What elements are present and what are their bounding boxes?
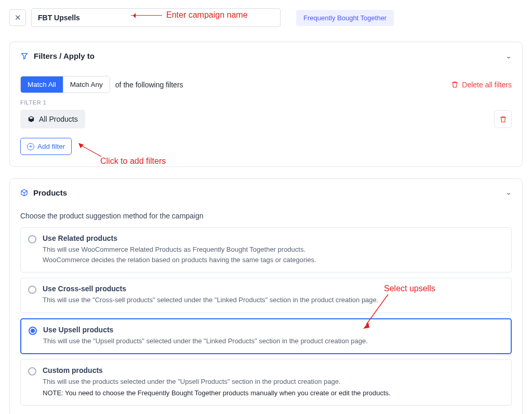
products-title: Products	[33, 188, 67, 197]
close-icon: ✕	[15, 13, 21, 22]
filters-title: Filters / Apply to	[34, 51, 95, 60]
delete-all-filters-button[interactable]: Delete all filters	[451, 81, 512, 89]
trash-icon	[499, 115, 507, 123]
cube-icon	[20, 189, 28, 197]
delete-all-filters-label: Delete all filters	[462, 81, 512, 89]
option-desc: This will use the "Cross-sell products" …	[43, 295, 378, 305]
plus-circle-icon: +	[27, 143, 34, 150]
option-desc: This will use the products selected unde…	[43, 377, 391, 387]
collapse-toggle[interactable]: ⌄	[506, 53, 512, 59]
filter-icon	[20, 52, 29, 60]
option-upsell[interactable]: Use Upsell products This will use the "U…	[20, 318, 512, 355]
option-desc: This will use WooCommerce Related Produc…	[43, 244, 316, 265]
radio-icon	[28, 235, 36, 243]
option-title: Use Upsell products	[43, 326, 368, 334]
match-mode-segment: Match All Match Any	[20, 76, 110, 93]
filters-card: Filters / Apply to ⌄ Match All Match Any…	[9, 42, 523, 167]
close-button[interactable]: ✕	[9, 9, 26, 26]
svg-marker-1	[78, 143, 84, 148]
option-title: Use Cross-sell products	[43, 284, 378, 293]
trash-icon	[451, 81, 459, 88]
product-method-options: Use Related products This will use WooCo…	[20, 227, 512, 406]
annotation-text: Click to add filters	[100, 157, 166, 166]
option-title: Custom products	[43, 366, 391, 374]
annotation-add-filters: Click to add filters	[100, 157, 166, 166]
radio-icon	[28, 286, 36, 294]
campaign-type-badge: Frequently Bought Together	[296, 10, 394, 26]
option-note: NOTE: You need to choose the Frequently …	[43, 388, 391, 398]
match-all-button[interactable]: Match All	[21, 76, 63, 93]
radio-icon	[29, 327, 37, 335]
filter-1-label: FILTER 1	[20, 99, 512, 106]
products-card: Products ⌄ Choose the product suggestion…	[9, 178, 523, 414]
option-desc: This will use the "Upsell products" sele…	[43, 336, 368, 346]
filter-chip-all-products[interactable]: All Products	[20, 110, 85, 128]
option-related-products[interactable]: Use Related products This will use WooCo…	[20, 227, 512, 273]
add-filter-label: Add filter	[37, 143, 65, 150]
svg-line-0	[81, 145, 101, 157]
products-description: Choose the product suggestion method for…	[20, 209, 512, 227]
filter-chip-label: All Products	[39, 115, 78, 123]
delete-filter-button[interactable]	[494, 110, 512, 128]
match-any-button[interactable]: Match Any	[63, 76, 110, 93]
radio-icon	[28, 367, 36, 376]
option-cross-sell[interactable]: Use Cross-sell products This will use th…	[20, 278, 512, 313]
arrow-diagonal-icon	[77, 142, 109, 160]
option-title: Use Related products	[43, 234, 316, 242]
campaign-name-input[interactable]	[31, 8, 281, 27]
box-icon	[28, 115, 35, 123]
add-filter-button[interactable]: + Add filter	[20, 138, 72, 155]
match-suffix: of the following filters	[115, 81, 183, 89]
collapse-toggle[interactable]: ⌄	[506, 190, 512, 196]
option-custom-products[interactable]: Custom products This will use the produc…	[20, 359, 512, 406]
